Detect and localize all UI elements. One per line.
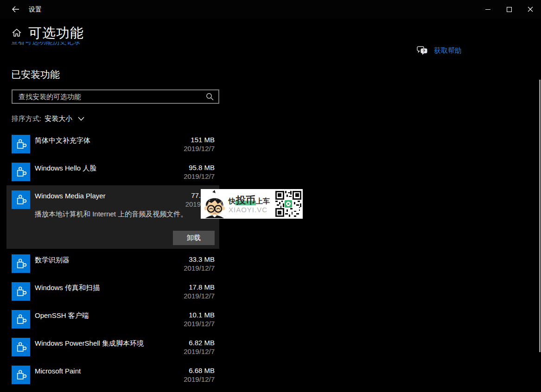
optional-features-history-link[interactable]: 查看可选功能历史记录 bbox=[11, 42, 81, 46]
get-help-label: 获取帮助 bbox=[434, 46, 462, 55]
section-title: 已安装功能 bbox=[11, 68, 60, 81]
feature-name: 数学识别器 bbox=[35, 256, 70, 265]
maximize-button[interactable] bbox=[498, 0, 520, 19]
feature-date: 2019 bbox=[185, 200, 201, 209]
feature-meta: 77. 2019 bbox=[185, 191, 201, 209]
feature-meta: 17.8 MB 2019/12/7 bbox=[184, 283, 215, 300]
feature-date: 2019/12/7 bbox=[184, 291, 215, 300]
back-arrow-icon bbox=[12, 6, 19, 13]
feature-name: Windows Hello 人脸 bbox=[35, 164, 96, 173]
feature-date: 2019/12/7 bbox=[184, 347, 215, 356]
feature-date: 2019/12/7 bbox=[184, 172, 215, 181]
puzzle-piece-icon bbox=[12, 163, 30, 181]
feature-date: 2019/12/7 bbox=[184, 144, 215, 153]
settings-window: 设置 可选功能 查看可选功能历史记录 ? 获取帮助 已安装功能 bbox=[0, 0, 541, 392]
feature-name: Windows 传真和扫描 bbox=[35, 284, 100, 292]
feature-size: 10.1 MB bbox=[184, 311, 215, 319]
feature-meta: 33.3 MB 2019/12/7 bbox=[184, 255, 215, 272]
uninstall-button[interactable]: 卸载 bbox=[173, 231, 215, 245]
puzzle-piece-icon bbox=[12, 310, 30, 329]
feature-row[interactable]: Windows PowerShell 集成脚本环境 6.82 MB 2019/1… bbox=[12, 338, 219, 356]
watermark-text: 快投币上车 XIAOYI.VC bbox=[228, 195, 275, 213]
feature-row[interactable]: Windows 传真和扫描 17.8 MB 2019/12/7 bbox=[12, 282, 219, 301]
feature-meta: 10.1 MB 2019/12/7 bbox=[184, 311, 215, 328]
chevron-down-icon[interactable] bbox=[78, 117, 84, 121]
search-input[interactable] bbox=[13, 93, 206, 101]
close-button[interactable] bbox=[520, 0, 541, 19]
feature-size: 17.8 MB bbox=[184, 283, 215, 291]
feature-date: 2019/12/7 bbox=[184, 264, 215, 272]
watermark-slogan: 快投币上车 bbox=[229, 195, 275, 205]
feature-row[interactable]: OpenSSH 客户端 10.1 MB 2019/12/7 bbox=[12, 310, 219, 329]
maximize-icon bbox=[507, 7, 512, 12]
svg-text:?: ? bbox=[423, 48, 426, 53]
feature-row[interactable]: Windows Hello 人脸 95.8 MB 2019/12/7 bbox=[12, 163, 219, 181]
feature-row[interactable]: Microsoft Paint 6.68 MB 2019/12/7 bbox=[12, 366, 219, 384]
feature-name: 简体中文补充字体 bbox=[35, 136, 90, 145]
feature-size: 77. bbox=[185, 191, 201, 200]
sort-value-dropdown[interactable]: 安装大小 bbox=[45, 114, 72, 123]
feature-size: 6.68 MB bbox=[184, 367, 215, 375]
sort-row: 排序方式: 安装大小 bbox=[12, 114, 84, 123]
search-box bbox=[12, 89, 219, 104]
page-title: 可选功能 bbox=[28, 24, 84, 43]
get-help[interactable]: ? 获取帮助 bbox=[417, 46, 462, 56]
avatar bbox=[201, 189, 228, 219]
puzzle-piece-icon bbox=[12, 135, 30, 153]
feature-meta: 151 MB 2019/12/7 bbox=[184, 136, 215, 153]
puzzle-piece-icon bbox=[12, 282, 30, 301]
puzzle-piece-icon bbox=[12, 338, 30, 356]
back-button[interactable] bbox=[5, 0, 26, 19]
qr-code bbox=[275, 191, 301, 217]
feature-meta: 95.8 MB 2019/12/7 bbox=[184, 164, 215, 181]
feature-size: 151 MB bbox=[184, 136, 215, 144]
search-icon[interactable] bbox=[206, 93, 214, 101]
minimize-button[interactable] bbox=[477, 0, 498, 19]
help-bubble-icon: ? bbox=[417, 46, 428, 56]
close-icon bbox=[528, 6, 533, 12]
titlebar: 设置 bbox=[0, 0, 541, 19]
feature-meta: 6.68 MB 2019/12/7 bbox=[184, 367, 215, 384]
watermark-overlay: 快投币上车 XIAOYI.VC bbox=[201, 189, 303, 219]
feature-name: Windows Media Player bbox=[35, 192, 106, 200]
puzzle-piece-icon bbox=[12, 190, 30, 209]
feature-name: Microsoft Paint bbox=[35, 367, 81, 375]
feature-description: 播放本地计算机和 Internet 上的音频及视频文件。 bbox=[35, 210, 187, 219]
feature-size: 6.82 MB bbox=[184, 339, 215, 347]
feature-date: 2019/12/7 bbox=[184, 319, 215, 328]
watermark-site: XIAOYI.VC bbox=[229, 206, 275, 213]
feature-row[interactable]: 简体中文补充字体 151 MB 2019/12/7 bbox=[12, 135, 219, 153]
feature-size: 33.3 MB bbox=[184, 255, 215, 264]
minimize-icon bbox=[485, 7, 490, 12]
puzzle-piece-icon bbox=[12, 254, 30, 273]
feature-date: 2019/12/7 bbox=[184, 375, 215, 384]
feature-row-expanded[interactable]: Windows Media Player 77. 2019 播放本地计算机和 I… bbox=[6, 185, 219, 249]
feature-meta: 6.82 MB 2019/12/7 bbox=[184, 339, 215, 356]
feature-name: Windows PowerShell 集成脚本环境 bbox=[35, 339, 144, 348]
feature-name: OpenSSH 客户端 bbox=[35, 311, 89, 320]
feature-row[interactable]: 数学识别器 33.3 MB 2019/12/7 bbox=[12, 254, 219, 273]
history-link-clip: 查看可选功能历史记录 bbox=[11, 42, 81, 48]
puzzle-piece-icon bbox=[12, 366, 30, 384]
feature-size: 95.8 MB bbox=[184, 164, 215, 172]
app-title: 设置 bbox=[29, 6, 42, 14]
sort-label: 排序方式: bbox=[12, 114, 41, 123]
scrollbar-thumb[interactable] bbox=[539, 80, 541, 352]
home-icon[interactable] bbox=[12, 28, 22, 40]
